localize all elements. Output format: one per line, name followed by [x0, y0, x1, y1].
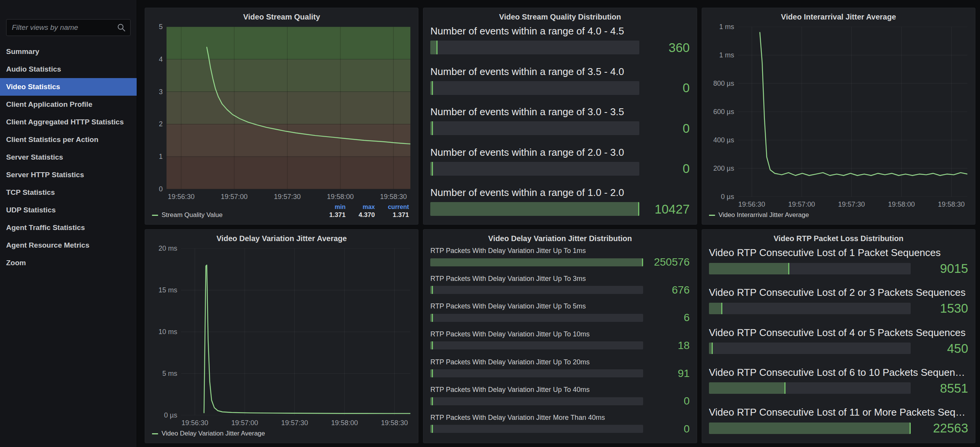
sidebar-menu: SummaryAudio StatisticsVideo StatisticsC… [0, 43, 137, 272]
y-tick-label: 800 µs [713, 79, 734, 87]
gauge-fill [430, 425, 433, 433]
gauge-fill [430, 202, 639, 216]
legend-series-delay-variation-jitter[interactable]: Video Delay Variation Jitter Average [152, 430, 409, 437]
gauge-track [430, 314, 643, 322]
y-tick-label: 2 [159, 120, 163, 128]
sidebar-item-video-statistics[interactable]: Video Statistics [0, 78, 137, 96]
legend-series-interarrival-jitter[interactable]: Video Interarrival Jitter Average [709, 211, 966, 219]
y-tick-label: 10 ms [158, 328, 177, 336]
gauge-fill [430, 162, 433, 176]
gauge-label: RTP Packets With Delay Variation Jitter … [430, 330, 689, 338]
gauge-track [430, 162, 639, 176]
y-tick-label: 0 [159, 185, 163, 193]
legend-series-label: Stream Quality Value [162, 211, 222, 219]
sidebar-item-client-aggregated-http-statistics[interactable]: Client Aggregated HTTP Statistics [0, 113, 137, 131]
panel-title[interactable]: Video Stream Quality [145, 8, 418, 23]
x-axis: 19:56:3019:57:0019:57:3019:58:0019:58:30 [181, 415, 410, 429]
chart-legend: Video Delay Variation Jitter Average [148, 429, 410, 439]
sidebar-item-zoom[interactable]: Zoom [0, 254, 137, 272]
gauge-row: RTP Packets With Delay Variation Jitter … [430, 275, 689, 295]
gauge-fill [709, 263, 790, 274]
gauge-value: 250576 [643, 257, 690, 268]
legend-stats: min 1.371 max 4.370 current 1.371 [316, 204, 409, 219]
gauge-value: 6 [643, 312, 690, 323]
interarrival-jitter-chart-plot[interactable] [738, 27, 967, 197]
stream-quality-chart-plot[interactable] [167, 27, 410, 189]
gauge-value: 10427 [639, 203, 690, 215]
gauge-fill [430, 258, 643, 266]
gauge-value: 0 [639, 82, 690, 94]
y-tick-label: 3 [159, 88, 163, 96]
sidebar-item-tcp-statistics[interactable]: TCP Statistics [0, 184, 137, 201]
gauge-fill [430, 41, 438, 54]
chart-area: 1 ms1 ms800 µs600 µs400 µs200 µs0 µs 19:… [702, 23, 975, 224]
gauge-row: RTP Packets With Delay Variation Jitter … [430, 358, 689, 379]
y-tick-label: 20 ms [158, 245, 177, 253]
sidebar-item-client-application-profile[interactable]: Client Application Profile [0, 96, 137, 113]
panel-title[interactable]: Video RTP Packet Loss Distribution [702, 230, 975, 245]
gauge-label: Number of events within a range of 2.0 -… [430, 147, 689, 158]
gauge-track [430, 397, 643, 405]
x-tick-label: 19:56:30 [738, 201, 765, 209]
gauge-row: RTP Packets With Delay Variation Jitter … [430, 414, 689, 434]
x-tick-label: 19:57:00 [231, 419, 258, 427]
panel-title[interactable]: Video Stream Quality Distribution [423, 8, 696, 23]
gauge-track [709, 382, 911, 394]
stat-value-current: 1.371 [393, 211, 409, 219]
panel-title[interactable]: Video Delay Variation Jitter Average [145, 230, 418, 245]
gauge-fill [430, 314, 433, 322]
gauge-label: Video RTP Consecutive Lost of 2 or 3 Pac… [709, 287, 968, 299]
panel-video-delay-variation-jitter-distribution: Video Delay Variation Jitter Distributio… [423, 229, 697, 443]
dashboard-grid: Video Stream Quality 543210 19:56:3019:5… [137, 0, 980, 447]
filter-views-input[interactable] [6, 19, 131, 36]
filter-container [6, 19, 131, 36]
sidebar-item-udp-statistics[interactable]: UDP Statistics [0, 201, 137, 219]
gauge-row: Number of events within a range of 3.5 -… [430, 66, 689, 95]
search-icon [117, 23, 126, 32]
panel-title[interactable]: Video Interarrival Jitter Average [702, 8, 975, 23]
sidebar-item-summary[interactable]: Summary [0, 43, 137, 60]
sidebar-item-server-statistics[interactable]: Server Statistics [0, 148, 137, 166]
stat-max: max 4.370 [359, 204, 375, 219]
y-tick-label: 400 µs [713, 136, 734, 144]
stat-header-max[interactable]: max [363, 204, 375, 210]
sidebar-item-audio-statistics[interactable]: Audio Statistics [0, 60, 137, 78]
panel-video-interarrival-jitter-average: Video Interarrival Jitter Average 1 ms1 … [702, 8, 975, 225]
gauge-track [709, 343, 911, 354]
sidebar-item-agent-traffic-statistics[interactable]: Agent Traffic Statistics [0, 219, 137, 237]
x-tick-label: 19:58:00 [327, 193, 354, 201]
legend-series-label: Video Delay Variation Jitter Average [162, 430, 265, 437]
gauge-track [430, 202, 639, 216]
gauge-row: Number of events within a range of 1.0 -… [430, 187, 689, 216]
legend-series-stream-quality[interactable]: Stream Quality Value [152, 211, 222, 219]
gauge-track [709, 263, 911, 274]
gauge-value: 91 [643, 368, 690, 379]
gauge-value: 18 [643, 340, 690, 351]
gauge-row: Video RTP Consecutive Lost of 1 Packet S… [709, 247, 968, 275]
sidebar-item-server-http-statistics[interactable]: Server HTTP Statistics [0, 166, 137, 184]
gauge-label: Number of events within a range of 4.0 -… [430, 25, 689, 37]
gauge-track [430, 41, 639, 54]
stat-header-min[interactable]: min [335, 204, 345, 210]
gauge-track [709, 423, 911, 434]
delay-variation-jitter-chart-plot[interactable] [181, 248, 410, 415]
stat-value-max: 4.370 [359, 211, 375, 219]
panel-video-stream-quality-distribution: Video Stream Quality Distribution Number… [423, 8, 697, 225]
chart-area: 20 ms15 ms10 ms5 ms0 µs 19:56:3019:57:00… [145, 245, 418, 443]
sidebar-item-client-statistics-per-action[interactable]: Client Statistics per Action [0, 131, 137, 148]
y-tick-label: 200 µs [713, 165, 734, 173]
gauge-fill [430, 369, 433, 377]
panel-title[interactable]: Video Delay Variation Jitter Distributio… [423, 230, 696, 245]
stat-header-current[interactable]: current [388, 204, 409, 210]
x-tick-label: 19:57:30 [281, 419, 308, 427]
gauge-label: RTP Packets With Delay Variation Jitter … [430, 247, 689, 255]
y-tick-label: 1 ms [719, 51, 734, 59]
gauge-row: Video RTP Consecutive Lost of 6 to 10 Pa… [709, 367, 968, 395]
gauge-label: Video RTP Consecutive Lost of 4 or 5 Pac… [709, 327, 968, 339]
y-tick-label: 600 µs [713, 108, 734, 116]
gauge-row: RTP Packets With Delay Variation Jitter … [430, 330, 689, 351]
sidebar-item-agent-resource-metrics[interactable]: Agent Resource Metrics [0, 237, 137, 254]
x-tick-label: 19:57:00 [221, 193, 248, 201]
gauge-row: Number of events within a range of 4.0 -… [430, 25, 689, 54]
series-color-dash [709, 215, 715, 216]
